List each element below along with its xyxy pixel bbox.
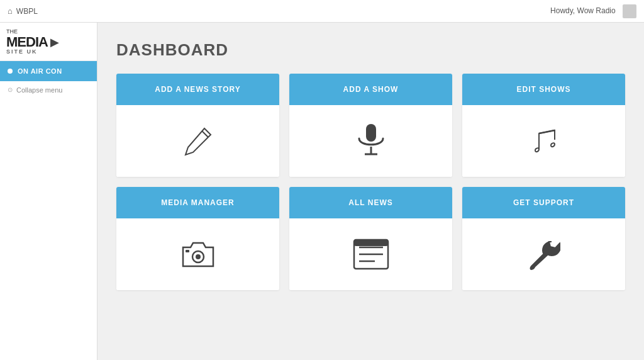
card-add-news[interactable]: ADD A NEWS STORY [116, 74, 279, 177]
svg-point-5 [196, 254, 201, 259]
dashboard-grid: ADD A NEWS STORY ADD A SHOW [116, 74, 625, 290]
sidebar-item-on-air-con[interactable]: ON AIR CON [0, 61, 97, 81]
logo-site-uk: SITE UK [6, 49, 48, 55]
svg-rect-6 [186, 250, 189, 252]
card-add-news-header: ADD A NEWS STORY [116, 74, 279, 105]
card-all-news-body [289, 218, 452, 290]
wrench-icon [528, 238, 560, 271]
collapse-menu-button[interactable]: ⊙ Collapse menu [0, 81, 97, 99]
content-area: DASHBOARD ADD A NEWS STORY ADD A SHOW [97, 23, 644, 360]
card-add-show-body [289, 105, 452, 177]
card-add-news-body [116, 105, 279, 177]
top-nav-greeting: Howdy, Wow Radio [550, 4, 636, 18]
camera-icon [180, 240, 216, 269]
card-edit-shows-body [462, 105, 625, 177]
collapse-menu-label: Collapse menu [16, 86, 62, 94]
edit-icon [182, 125, 214, 157]
logo-text: THE MEDIA SITE UK [6, 29, 48, 55]
svg-rect-11 [354, 240, 388, 246]
home-icon[interactable]: ⌂ [8, 6, 13, 16]
music-note-icon [526, 124, 561, 159]
news-list-icon [353, 239, 389, 270]
card-get-support[interactable]: GET SUPPORT [462, 187, 625, 290]
logo-media: MEDIA [6, 35, 48, 49]
collapse-arrow-icon: ⊙ [8, 86, 13, 93]
card-edit-shows-header: EDIT SHOWS [462, 74, 625, 105]
card-add-show[interactable]: ADD A SHOW [289, 74, 452, 177]
user-avatar[interactable] [623, 4, 636, 18]
card-edit-shows[interactable]: EDIT SHOWS [462, 74, 625, 177]
sidebar-menu: ON AIR CON ⊙ Collapse menu [0, 61, 97, 360]
top-nav-left: ⌂ WBPL [8, 6, 38, 16]
card-media-manager-body [116, 218, 279, 290]
card-media-manager[interactable]: MEDIA MANAGER [116, 187, 279, 290]
svg-line-3 [539, 130, 555, 133]
main-layout: THE MEDIA SITE UK ▶ ON AIR CON ⊙ Collaps… [0, 23, 644, 360]
svg-rect-0 [366, 124, 376, 142]
card-get-support-body [462, 218, 625, 290]
card-all-news[interactable]: ALL NEWS [289, 187, 452, 290]
sidebar: THE MEDIA SITE UK ▶ ON AIR CON ⊙ Collaps… [0, 23, 97, 360]
top-navbar: ⌂ WBPL Howdy, Wow Radio [0, 0, 644, 23]
page-title: DASHBOARD [116, 40, 625, 60]
site-breadcrumb[interactable]: WBPL [16, 7, 38, 16]
card-media-manager-header: MEDIA MANAGER [116, 187, 279, 218]
sidebar-item-label: ON AIR CON [18, 67, 62, 75]
logo-play-icon: ▶ [50, 35, 59, 49]
active-dot-icon [8, 69, 13, 74]
microphone-icon [355, 123, 387, 159]
card-add-show-header: ADD A SHOW [289, 74, 452, 105]
card-get-support-header: GET SUPPORT [462, 187, 625, 218]
card-all-news-header: ALL NEWS [289, 187, 452, 218]
logo-area: THE MEDIA SITE UK ▶ [0, 23, 97, 61]
